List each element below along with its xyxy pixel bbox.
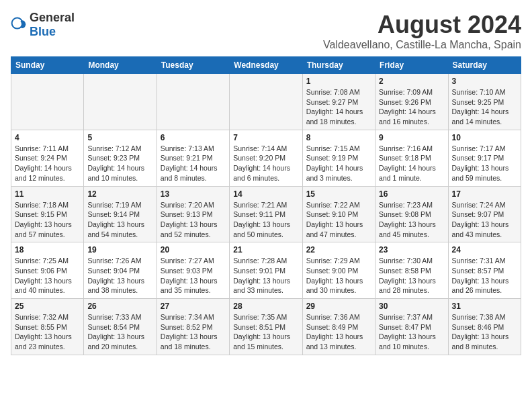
- day-number: 25: [15, 302, 80, 311]
- day-info: Sunrise: 7:29 AMSunset: 9:00 PMDaylight:…: [306, 256, 371, 295]
- header-row: SundayMondayTuesdayWednesdayThursdayFrid…: [11, 57, 521, 74]
- day-number: 20: [161, 245, 226, 255]
- day-info: Sunrise: 7:16 AMSunset: 9:18 PMDaylight:…: [379, 144, 444, 183]
- subtitle: Valdeavellano, Castille-La Mancha, Spain: [323, 39, 521, 51]
- calendar-cell: 11Sunrise: 7:18 AMSunset: 9:15 PMDayligh…: [11, 186, 84, 242]
- day-info: Sunrise: 7:25 AMSunset: 9:06 PMDaylight:…: [15, 256, 80, 295]
- calendar-table: SundayMondayTuesdayWednesdayThursdayFrid…: [11, 56, 521, 355]
- day-info: Sunrise: 7:14 AMSunset: 9:20 PMDaylight:…: [233, 144, 298, 183]
- calendar-cell: [11, 74, 84, 130]
- calendar-cell: 3Sunrise: 7:10 AMSunset: 9:25 PMDaylight…: [448, 74, 521, 130]
- day-number: 22: [306, 245, 371, 255]
- day-info: Sunrise: 7:08 AMSunset: 9:27 PMDaylight:…: [306, 87, 371, 127]
- day-info: Sunrise: 7:17 AMSunset: 9:17 PMDaylight:…: [452, 144, 517, 183]
- day-info: Sunrise: 7:24 AMSunset: 9:07 PMDaylight:…: [452, 200, 517, 240]
- calendar-cell: 21Sunrise: 7:28 AMSunset: 9:01 PMDayligh…: [230, 242, 302, 299]
- day-number: 30: [379, 302, 444, 311]
- day-number: 16: [379, 189, 444, 199]
- calendar-cell: 23Sunrise: 7:30 AMSunset: 8:58 PMDayligh…: [375, 242, 448, 299]
- calendar-cell: 30Sunrise: 7:37 AMSunset: 8:47 PMDayligh…: [375, 299, 448, 355]
- day-number: 15: [306, 189, 371, 199]
- day-number: 27: [161, 302, 226, 311]
- week-row-5: 25Sunrise: 7:32 AMSunset: 8:55 PMDayligh…: [11, 299, 521, 355]
- day-number: 12: [87, 189, 152, 199]
- day-number: 8: [306, 133, 371, 142]
- day-number: 18: [15, 245, 80, 255]
- day-header-friday: Friday: [375, 57, 448, 74]
- day-header-thursday: Thursday: [302, 57, 375, 74]
- calendar-cell: 5Sunrise: 7:12 AMSunset: 9:23 PMDaylight…: [84, 130, 157, 186]
- week-row-4: 18Sunrise: 7:25 AMSunset: 9:06 PMDayligh…: [11, 242, 521, 299]
- calendar-cell: 24Sunrise: 7:31 AMSunset: 8:57 PMDayligh…: [448, 242, 521, 299]
- calendar-cell: 12Sunrise: 7:19 AMSunset: 9:14 PMDayligh…: [84, 186, 157, 242]
- day-number: 14: [233, 189, 298, 199]
- day-info: Sunrise: 7:11 AMSunset: 9:24 PMDaylight:…: [15, 144, 80, 183]
- day-number: 1: [306, 77, 371, 86]
- calendar-cell: 27Sunrise: 7:34 AMSunset: 8:52 PMDayligh…: [157, 299, 229, 355]
- calendar-cell: 26Sunrise: 7:33 AMSunset: 8:54 PMDayligh…: [84, 299, 157, 355]
- calendar-cell: 2Sunrise: 7:09 AMSunset: 9:26 PMDaylight…: [375, 74, 448, 130]
- calendar-cell: 18Sunrise: 7:25 AMSunset: 9:06 PMDayligh…: [11, 242, 84, 299]
- calendar-cell: [84, 74, 157, 130]
- calendar-cell: 13Sunrise: 7:20 AMSunset: 9:13 PMDayligh…: [157, 186, 229, 242]
- day-info: Sunrise: 7:23 AMSunset: 9:08 PMDaylight:…: [379, 200, 444, 240]
- calendar-cell: 25Sunrise: 7:32 AMSunset: 8:55 PMDayligh…: [11, 299, 84, 355]
- calendar-cell: 28Sunrise: 7:35 AMSunset: 8:51 PMDayligh…: [230, 299, 302, 355]
- day-header-sunday: Sunday: [11, 57, 84, 74]
- day-number: 29: [306, 302, 371, 311]
- main-title: August 2024: [323, 11, 521, 39]
- day-info: Sunrise: 7:38 AMSunset: 8:46 PMDaylight:…: [452, 312, 517, 352]
- day-number: 31: [452, 302, 517, 311]
- day-info: Sunrise: 7:33 AMSunset: 8:54 PMDaylight:…: [87, 312, 152, 352]
- title-area: August 2024 Valdeavellano, Castille-La M…: [323, 11, 521, 51]
- day-number: 2: [379, 77, 444, 86]
- day-number: 23: [379, 245, 444, 255]
- calendar-cell: 15Sunrise: 7:22 AMSunset: 9:10 PMDayligh…: [302, 186, 375, 242]
- day-number: 7: [233, 133, 298, 142]
- day-number: 13: [161, 189, 226, 199]
- logo: General Blue: [11, 11, 75, 39]
- day-number: 4: [15, 133, 80, 142]
- day-info: Sunrise: 7:28 AMSunset: 9:01 PMDaylight:…: [233, 256, 298, 295]
- day-info: Sunrise: 7:13 AMSunset: 9:21 PMDaylight:…: [161, 144, 226, 183]
- logo-text: General Blue: [30, 11, 75, 39]
- week-row-1: 1Sunrise: 7:08 AMSunset: 9:27 PMDaylight…: [11, 74, 521, 130]
- header: General Blue August 2024 Valdeavellano, …: [11, 11, 521, 51]
- calendar-cell: 10Sunrise: 7:17 AMSunset: 9:17 PMDayligh…: [448, 130, 521, 186]
- calendar-cell: 17Sunrise: 7:24 AMSunset: 9:07 PMDayligh…: [448, 186, 521, 242]
- day-info: Sunrise: 7:09 AMSunset: 9:26 PMDaylight:…: [379, 87, 444, 127]
- day-info: Sunrise: 7:34 AMSunset: 8:52 PMDaylight:…: [161, 312, 226, 352]
- calendar-cell: 16Sunrise: 7:23 AMSunset: 9:08 PMDayligh…: [375, 186, 448, 242]
- day-header-monday: Monday: [84, 57, 157, 74]
- calendar-cell: 9Sunrise: 7:16 AMSunset: 9:18 PMDaylight…: [375, 130, 448, 186]
- calendar-cell: [157, 74, 229, 130]
- day-header-wednesday: Wednesday: [230, 57, 302, 74]
- day-info: Sunrise: 7:36 AMSunset: 8:49 PMDaylight:…: [306, 312, 371, 352]
- day-info: Sunrise: 7:35 AMSunset: 8:51 PMDaylight:…: [233, 312, 298, 352]
- logo-general: General: [30, 11, 75, 24]
- day-number: 3: [452, 77, 517, 86]
- day-number: 10: [452, 133, 517, 142]
- calendar-cell: 31Sunrise: 7:38 AMSunset: 8:46 PMDayligh…: [448, 299, 521, 355]
- calendar-cell: 19Sunrise: 7:26 AMSunset: 9:04 PMDayligh…: [84, 242, 157, 299]
- calendar-cell: 14Sunrise: 7:21 AMSunset: 9:11 PMDayligh…: [230, 186, 302, 242]
- day-number: 24: [452, 245, 517, 255]
- calendar-cell: 22Sunrise: 7:29 AMSunset: 9:00 PMDayligh…: [302, 242, 375, 299]
- calendar-cell: 29Sunrise: 7:36 AMSunset: 8:49 PMDayligh…: [302, 299, 375, 355]
- day-info: Sunrise: 7:20 AMSunset: 9:13 PMDaylight:…: [161, 200, 226, 240]
- day-info: Sunrise: 7:10 AMSunset: 9:25 PMDaylight:…: [452, 87, 517, 127]
- day-number: 5: [87, 133, 152, 142]
- day-info: Sunrise: 7:31 AMSunset: 8:57 PMDaylight:…: [452, 256, 517, 295]
- day-number: 11: [15, 189, 80, 199]
- calendar-cell: 1Sunrise: 7:08 AMSunset: 9:27 PMDaylight…: [302, 74, 375, 130]
- day-number: 28: [233, 302, 298, 311]
- calendar-cell: [230, 74, 302, 130]
- day-number: 26: [87, 302, 152, 311]
- day-info: Sunrise: 7:27 AMSunset: 9:03 PMDaylight:…: [161, 256, 226, 295]
- calendar-cell: 6Sunrise: 7:13 AMSunset: 9:21 PMDaylight…: [157, 130, 229, 186]
- day-number: 9: [379, 133, 444, 142]
- day-info: Sunrise: 7:32 AMSunset: 8:55 PMDaylight:…: [15, 312, 80, 352]
- day-info: Sunrise: 7:37 AMSunset: 8:47 PMDaylight:…: [379, 312, 444, 352]
- day-info: Sunrise: 7:30 AMSunset: 8:58 PMDaylight:…: [379, 256, 444, 295]
- day-info: Sunrise: 7:22 AMSunset: 9:10 PMDaylight:…: [306, 200, 371, 240]
